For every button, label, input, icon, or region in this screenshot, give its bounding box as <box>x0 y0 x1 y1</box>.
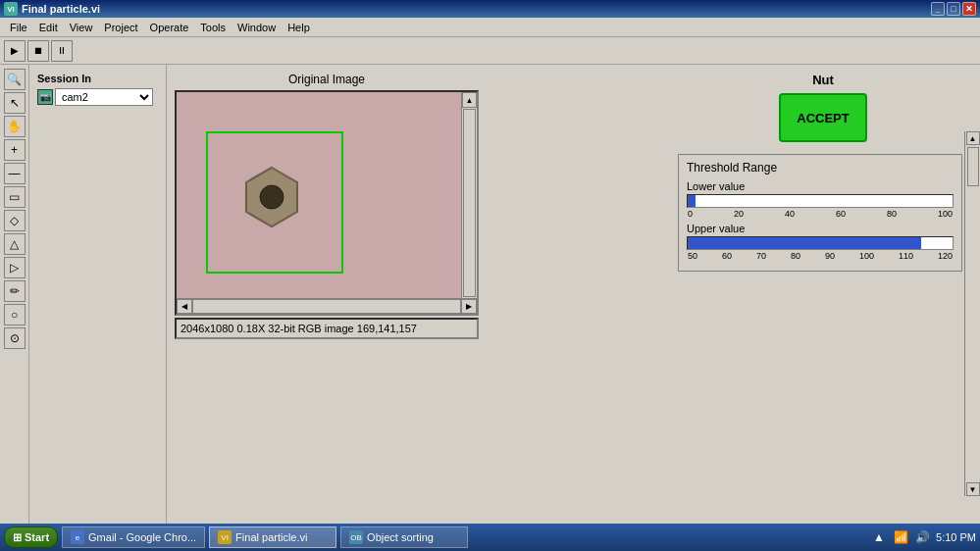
taskbar-item-labview[interactable]: VI Final particle.vi <box>209 526 336 548</box>
maximize-button[interactable]: □ <box>947 2 960 16</box>
menu-tools[interactable]: Tools <box>194 20 232 35</box>
close-button[interactable]: ✕ <box>962 2 976 16</box>
session-label: Session In <box>37 73 158 84</box>
threshold-box: Threshold Range Lower value 0 20 40 60 8… <box>678 154 962 272</box>
camera-icon: 📷 <box>37 89 53 105</box>
labview-icon: VI <box>218 530 232 544</box>
taskbar-right: ▲ 📶 🔊 5:10 PM <box>871 529 976 545</box>
zoom-icon[interactable]: 🔍 <box>4 69 26 90</box>
pause-button[interactable]: ⏸ <box>51 40 73 62</box>
lower-value-label: Lower value <box>687 180 954 192</box>
session-select-wrap: 📷 cam2 <box>37 88 158 106</box>
main-scrollbar-right[interactable]: ▲ ▼ <box>964 131 980 496</box>
object-label: Nut <box>812 73 834 87</box>
start-button[interactable]: ⊞ Start <box>4 526 58 548</box>
lower-value-scale: 0 20 40 60 80 100 <box>687 209 954 219</box>
lower-value-section: Lower value 0 20 40 60 80 100 <box>687 180 954 219</box>
minimize-button[interactable]: _ <box>931 2 945 16</box>
menu-edit[interactable]: Edit <box>33 20 64 35</box>
main-scroll-thumb[interactable] <box>967 147 979 186</box>
window-controls[interactable]: _ □ ✕ <box>931 2 976 16</box>
image-container[interactable]: ▲ ▼ ◀ ▶ <box>175 90 479 316</box>
sorting-icon: OB <box>349 530 363 544</box>
taskbar-item-sorting[interactable]: OB Object sorting <box>340 526 468 548</box>
image-viewport <box>177 92 477 314</box>
image-area: Original Image ▲ <box>167 65 666 524</box>
windows-logo-icon: ⊞ <box>13 531 22 544</box>
session-panel: Session In 📷 cam2 <box>29 65 167 524</box>
scroll-left-button[interactable]: ◀ <box>177 299 192 314</box>
threshold-title: Threshold Range <box>687 161 954 175</box>
upper-value-fill <box>688 237 921 249</box>
upper-value-scale: 50 60 70 80 90 100 110 120 <box>687 251 954 261</box>
main-content: 🔍 ↖ ✋ + — ▭ ◇ △ ▷ ✏ ○ ⊙ Session In 📷 cam… <box>0 65 980 524</box>
image-scrollbar-horizontal[interactable]: ◀ ▶ <box>177 298 477 314</box>
toolbar: ▶ ⏹ ⏸ <box>0 37 980 65</box>
triangle-icon[interactable]: △ <box>4 233 26 255</box>
image-scrollbar-vertical[interactable]: ▲ ▼ <box>461 92 477 314</box>
lower-value-slider[interactable] <box>687 194 954 208</box>
pencil-icon[interactable]: ✏ <box>4 280 26 302</box>
menu-view[interactable]: View <box>64 20 99 35</box>
menu-file[interactable]: File <box>4 20 33 35</box>
taskbar: ⊞ Start e Gmail - Google Chro... VI Fina… <box>0 524 980 551</box>
upper-value-section: Upper value 50 60 70 80 90 100 110 120 <box>687 223 954 261</box>
title-bar: VI Final particle.vi _ □ ✕ <box>0 0 980 18</box>
menu-operate[interactable]: Operate <box>144 20 195 35</box>
nut-object <box>240 166 304 229</box>
app-icon: VI <box>4 2 18 16</box>
run-button[interactable]: ▶ <box>4 40 26 62</box>
circle-icon[interactable]: ○ <box>4 304 26 326</box>
select-icon[interactable]: ↖ <box>4 92 26 114</box>
window-title: Final particle.vi <box>22 3 100 15</box>
chrome-icon: e <box>71 530 84 544</box>
scroll-right-button[interactable]: ▶ <box>461 299 477 314</box>
volume-icon[interactable]: 🔊 <box>914 529 930 545</box>
title-bar-left: VI Final particle.vi <box>4 2 100 16</box>
zoom-in-icon[interactable]: + <box>4 139 26 161</box>
main-scroll-up[interactable]: ▲ <box>966 131 980 145</box>
arrow-icon[interactable]: ▷ <box>4 257 26 278</box>
menu-bar: File Edit View Project Operate Tools Win… <box>0 18 980 37</box>
tray-arrow-icon[interactable]: ▲ <box>871 529 887 545</box>
scroll-up-button[interactable]: ▲ <box>462 92 477 108</box>
menu-help[interactable]: Help <box>282 20 316 35</box>
zoom-out-icon[interactable]: — <box>4 163 26 184</box>
left-toolbar: 🔍 ↖ ✋ + — ▭ ◇ △ ▷ ✏ ○ ⊙ <box>0 65 29 524</box>
taskbar-item-gmail[interactable]: e Gmail - Google Chro... <box>62 526 205 548</box>
upper-value-label: Upper value <box>687 223 954 234</box>
menu-project[interactable]: Project <box>98 20 143 35</box>
lower-value-fill <box>688 195 696 207</box>
rect-icon[interactable]: ▭ <box>4 186 26 208</box>
network-icon[interactable]: 📶 <box>893 529 908 545</box>
target-icon[interactable]: ⊙ <box>4 327 26 349</box>
pan-icon[interactable]: ✋ <box>4 116 26 137</box>
menu-window[interactable]: Window <box>232 20 282 35</box>
stop-button[interactable]: ⏹ <box>27 40 49 62</box>
upper-value-slider[interactable] <box>687 236 954 250</box>
result-area: Nut ACCEPT <box>678 73 968 142</box>
svg-point-1 <box>260 185 284 209</box>
image-info: 2046x1080 0.18X 32-bit RGB image 169,141… <box>175 318 479 339</box>
image-title: Original Image <box>175 73 479 86</box>
system-clock[interactable]: 5:10 PM <box>936 531 976 543</box>
main-scroll-down[interactable]: ▼ <box>966 482 980 496</box>
right-panel: Nut ACCEPT Threshold Range Lower value 0… <box>666 65 980 524</box>
accept-button[interactable]: ACCEPT <box>779 93 867 142</box>
polygon-icon[interactable]: ◇ <box>4 210 26 231</box>
camera-select[interactable]: cam2 <box>55 88 153 106</box>
